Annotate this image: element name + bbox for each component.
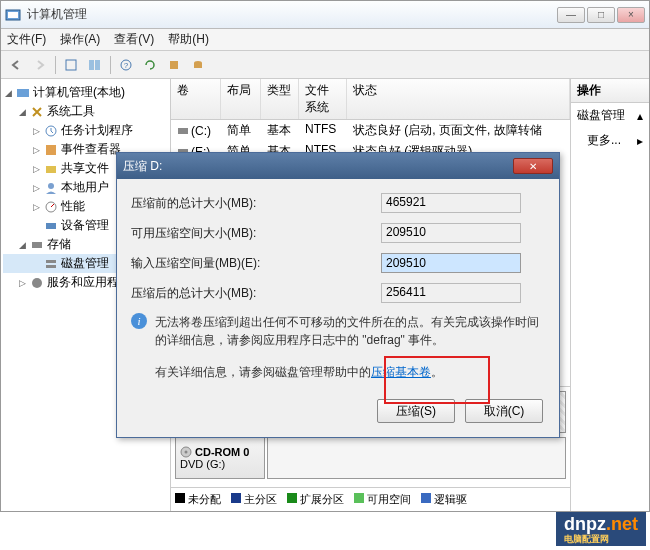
menu-file[interactable]: 文件(F) [7, 31, 46, 48]
info-icon: i [131, 313, 147, 329]
after-value: 256411 [381, 283, 521, 303]
svg-point-20 [32, 278, 42, 288]
help-button[interactable]: ? [115, 54, 137, 76]
tree-task[interactable]: ▷任务计划程序 [3, 121, 168, 140]
window-controls: — □ × [557, 7, 645, 23]
avail-label: 可用压缩空间大小(MB): [131, 225, 381, 242]
col-layout[interactable]: 布局 [221, 79, 261, 119]
cdrom-label[interactable]: CD-ROM 0 DVD (G:) [175, 437, 265, 479]
maximize-button[interactable]: □ [587, 7, 615, 23]
before-value: 465921 [381, 193, 521, 213]
svg-rect-10 [17, 89, 29, 97]
help-link[interactable]: 压缩基本卷 [371, 365, 431, 379]
list-button[interactable] [84, 54, 106, 76]
forward-button[interactable] [29, 54, 51, 76]
input-label: 输入压缩空间量(MB)(E): [131, 255, 381, 272]
help-prefix: 有关详细信息，请参阅磁盘管理帮助中的 [155, 365, 371, 379]
svg-rect-3 [89, 60, 94, 70]
actions-pane: 操作 磁盘管理▴ 更多...▸ [571, 79, 649, 511]
svg-point-25 [185, 451, 188, 454]
svg-rect-4 [95, 60, 100, 70]
col-volume[interactable]: 卷 [171, 79, 221, 119]
volume-row[interactable]: (C:)简单基本NTFS状态良好 (启动, 页面文件, 故障转储 [171, 120, 570, 141]
svg-rect-16 [46, 223, 56, 229]
svg-text:?: ? [124, 61, 129, 70]
menu-help[interactable]: 帮助(H) [168, 31, 209, 48]
svg-rect-18 [46, 260, 56, 263]
dialog-title: 压缩 D: [123, 158, 513, 175]
menubar: 文件(F) 操作(A) 查看(V) 帮助(H) [1, 29, 649, 51]
shrink-input[interactable] [381, 253, 521, 273]
menu-action[interactable]: 操作(A) [60, 31, 100, 48]
svg-rect-13 [46, 166, 56, 173]
app-icon [5, 7, 21, 23]
close-button[interactable]: × [617, 7, 645, 23]
window-title: 计算机管理 [27, 6, 557, 23]
svg-rect-19 [46, 265, 56, 268]
after-label: 压缩后的总计大小(MB): [131, 285, 381, 302]
legend: 未分配 主分区 扩展分区 可用空间 逻辑驱 [171, 487, 570, 511]
back-button[interactable] [5, 54, 27, 76]
col-fs[interactable]: 文件系统 [299, 79, 347, 119]
cancel-button[interactable]: 取消(C) [465, 399, 543, 423]
minimize-button[interactable]: — [557, 7, 585, 23]
svg-rect-17 [32, 242, 42, 248]
menu-view[interactable]: 查看(V) [114, 31, 154, 48]
svg-rect-12 [46, 145, 56, 155]
actions-more[interactable]: 更多...▸ [571, 128, 649, 153]
volume-header: 卷 布局 类型 文件系统 状态 [171, 79, 570, 120]
svg-rect-1 [8, 12, 18, 18]
col-type[interactable]: 类型 [261, 79, 299, 119]
refresh-button[interactable] [139, 54, 161, 76]
svg-point-14 [48, 183, 54, 189]
settings-button[interactable] [163, 54, 185, 76]
dialog-titlebar: 压缩 D: ✕ [117, 153, 559, 179]
svg-rect-9 [194, 63, 202, 68]
col-status[interactable]: 状态 [347, 79, 570, 119]
tree-systools[interactable]: ◢系统工具 [3, 102, 168, 121]
svg-rect-7 [170, 61, 178, 69]
watermark: dnpz.net 电脑配置网 [556, 512, 646, 546]
avail-value: 209510 [381, 223, 521, 243]
tree-root[interactable]: ◢计算机管理(本地) [3, 83, 168, 102]
actions-diskmgmt[interactable]: 磁盘管理▴ [571, 103, 649, 128]
shrink-button[interactable]: 压缩(S) [377, 399, 455, 423]
svg-rect-2 [66, 60, 76, 70]
view-button[interactable] [60, 54, 82, 76]
dialog-close-button[interactable]: ✕ [513, 158, 553, 174]
actions-header: 操作 [571, 79, 649, 103]
info-text: 无法将卷压缩到超出任何不可移动的文件所在的点。有关完成该操作时间的详细信息，请参… [155, 313, 545, 349]
toolbar: ? [1, 51, 649, 79]
shrink-dialog: 压缩 D: ✕ 压缩前的总计大小(MB): 465921 可用压缩空间大小(MB… [116, 152, 560, 438]
db-button[interactable] [187, 54, 209, 76]
before-label: 压缩前的总计大小(MB): [131, 195, 381, 212]
svg-rect-21 [178, 128, 188, 134]
titlebar: 计算机管理 — □ × [1, 1, 649, 29]
